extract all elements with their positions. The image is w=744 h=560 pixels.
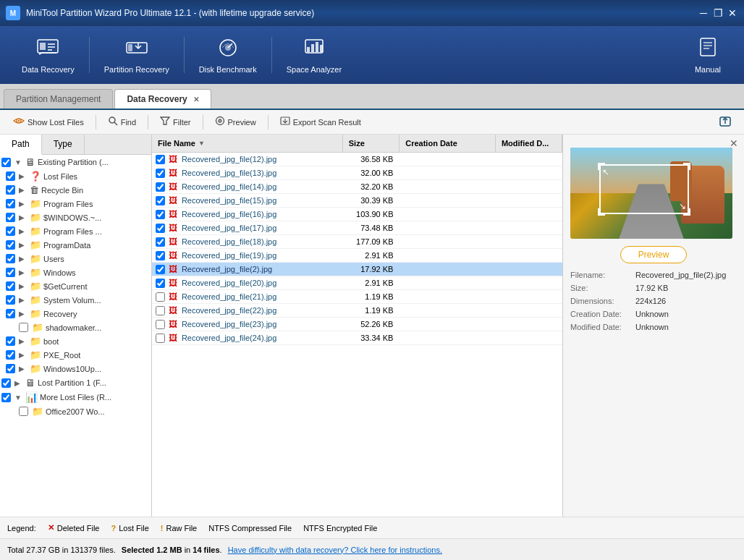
tree-tab-type[interactable]: Type xyxy=(42,135,85,154)
tree-item-windows-tilde[interactable]: ▶ 📁 $WINDOWS.~... xyxy=(0,211,151,224)
tree-checkbox-lost-files[interactable] xyxy=(6,171,15,181)
tree-checkbox-users[interactable] xyxy=(6,254,15,263)
share-button[interactable] xyxy=(712,114,738,131)
tree-checkbox-shadowmaker[interactable] xyxy=(19,323,28,332)
filter-button[interactable]: Filter xyxy=(153,113,198,131)
nav-item-data-recovery[interactable]: Data Recovery xyxy=(7,31,89,80)
tree-item-office2007[interactable]: 📁 Office2007 Wo... xyxy=(0,404,151,418)
tree-toggle-programdata[interactable]: ▶ xyxy=(19,241,28,249)
tree-checkbox-program-files[interactable] xyxy=(6,199,15,208)
file-checkbox[interactable] xyxy=(156,182,165,192)
tree-item-pxe-root[interactable]: ▶ 📁 PXE_Root xyxy=(0,348,151,362)
file-checkbox[interactable] xyxy=(156,224,165,233)
tree-toggle-system-volume[interactable]: ▶ xyxy=(19,296,28,304)
col-header-creation[interactable]: Creation Date xyxy=(400,135,496,152)
tree-toggle-windows10up[interactable]: ▶ xyxy=(19,365,28,373)
file-checkbox[interactable] xyxy=(156,237,165,247)
find-button[interactable]: Find xyxy=(101,113,143,131)
restore-button[interactable]: ❐ xyxy=(712,7,724,19)
tree-item-recycle-bin[interactable]: ▶ 🗑 Recycle Bin xyxy=(0,183,151,197)
tree-toggle-lost-partition[interactable]: ▶ xyxy=(14,379,23,387)
table-row[interactable]: 🖼 Recovered_jpg_file(21).jpg 1.19 KB xyxy=(152,290,562,304)
nav-item-manual[interactable]: Manual xyxy=(679,31,737,80)
minimize-button[interactable]: ─ xyxy=(698,7,709,19)
tree-item-shadowmaker[interactable]: 📁 shadowmaker... xyxy=(0,321,151,334)
tree-checkbox-program-files-x86[interactable] xyxy=(6,226,15,236)
table-row[interactable]: 🖼 Recovered_jpg_file(18).jpg 177.09 KB xyxy=(152,235,562,249)
export-scan-button[interactable]: Export Scan Result xyxy=(273,113,368,131)
tree-toggle-windows-tilde[interactable]: ▶ xyxy=(19,213,28,221)
tree-toggle-existing-partition[interactable]: ▼ xyxy=(14,158,23,166)
table-row[interactable]: 🖼 Recovered_jpg_file(12).jpg 36.58 KB xyxy=(152,153,562,166)
tree-toggle-recovery[interactable]: ▶ xyxy=(19,310,28,318)
tree-checkbox-office2007[interactable] xyxy=(19,407,28,416)
tree-tab-path[interactable]: Path xyxy=(0,135,42,155)
file-checkbox[interactable] xyxy=(156,155,165,164)
tree-checkbox-windows[interactable] xyxy=(6,268,15,277)
table-row[interactable]: 🖼 Recovered_jpg_file(19).jpg 2.91 KB xyxy=(152,249,562,263)
tree-checkbox-system-volume[interactable] xyxy=(6,295,15,305)
tree-toggle-more-lost-files[interactable]: ▼ xyxy=(14,394,23,402)
tree-checkbox-lost-partition[interactable] xyxy=(1,378,11,388)
file-checkbox[interactable] xyxy=(156,292,165,302)
tree-item-program-files[interactable]: ▶ 📁 Program Files xyxy=(0,197,151,211)
table-row[interactable]: 🖼 Recovered_jpg_file(14).jpg 32.20 KB xyxy=(152,180,562,194)
table-row[interactable]: 🖼 Recovered_jpg_file(22).jpg 1.19 KB xyxy=(152,304,562,318)
file-checkbox[interactable] xyxy=(156,306,165,315)
tree-toggle-boot[interactable]: ▶ xyxy=(19,337,28,345)
tree-toggle-recycle-bin[interactable]: ▶ xyxy=(19,186,28,194)
tree-item-more-lost-files[interactable]: ▼ 📊 More Lost Files (R... xyxy=(0,390,151,404)
tree-checkbox-getcurrent[interactable] xyxy=(6,281,15,291)
tree-toggle-lost-files[interactable]: ▶ xyxy=(19,172,28,180)
file-checkbox[interactable] xyxy=(156,196,165,205)
tree-item-windows[interactable]: ▶ 📁 Windows xyxy=(0,266,151,279)
file-checkbox[interactable] xyxy=(156,169,165,178)
close-button[interactable]: ✕ xyxy=(727,7,738,19)
tree-toggle-program-files-x86[interactable]: ▶ xyxy=(19,227,28,235)
tree-item-lost-files[interactable]: ▶ ❓ Lost Files xyxy=(0,169,151,183)
file-checkbox[interactable] xyxy=(156,251,165,260)
tree-toggle-windows[interactable]: ▶ xyxy=(19,268,28,276)
tree-item-getcurrent[interactable]: ▶ 📁 $GetCurrent xyxy=(0,279,151,293)
tree-toggle-program-files[interactable]: ▶ xyxy=(19,200,28,208)
nav-item-partition-recovery[interactable]: Partition Recovery xyxy=(90,31,184,80)
table-row[interactable]: 🖼 Recovered_jpg_file(17).jpg 73.48 KB xyxy=(152,221,562,235)
file-checkbox[interactable] xyxy=(156,334,165,343)
table-row[interactable]: 🖼 Recovered_jpg_file(24).jpg 33.34 KB xyxy=(152,331,562,345)
tab-close-data-recovery[interactable]: ✕ xyxy=(193,96,199,103)
col-header-size[interactable]: Size xyxy=(343,135,400,152)
table-row[interactable]: 🖼 Recovered_jpg_file(23).jpg 52.26 KB xyxy=(152,318,562,331)
preview-open-button[interactable]: Preview xyxy=(620,246,688,263)
tree-checkbox-recycle-bin[interactable] xyxy=(6,185,15,195)
tree-item-boot[interactable]: ▶ 📁 boot xyxy=(0,334,151,348)
tree-item-programdata[interactable]: ▶ 📁 ProgramData xyxy=(0,238,151,252)
table-row[interactable]: 🖼 Recovered_jpg_file(15).jpg 30.39 KB xyxy=(152,194,562,208)
tree-item-system-volume[interactable]: ▶ 📁 System Volum... xyxy=(0,293,151,307)
tree-checkbox-recovery[interactable] xyxy=(6,309,15,318)
file-checkbox[interactable] xyxy=(156,265,165,274)
nav-item-disk-benchmark[interactable]: Disk Benchmark xyxy=(185,31,271,80)
status-help-link[interactable]: Have difficulty with data recovery? Clic… xyxy=(228,546,442,554)
tree-toggle-pxe-root[interactable]: ▶ xyxy=(19,351,28,359)
col-header-filename[interactable]: File Name ▼ xyxy=(152,135,343,152)
tree-item-recovery[interactable]: ▶ 📁 Recovery xyxy=(0,307,151,321)
file-checkbox[interactable] xyxy=(156,279,165,288)
file-checkbox[interactable] xyxy=(156,210,165,219)
tree-item-existing-partition[interactable]: ▼ 🖥 Existing Partition (... xyxy=(0,155,151,169)
col-header-modified[interactable]: Modified D... xyxy=(496,135,562,152)
tab-partition-management[interactable]: Partition Management xyxy=(4,89,113,109)
tree-item-lost-partition[interactable]: ▶ 🖥 Lost Partition 1 (F... xyxy=(0,376,151,390)
tree-checkbox-programdata[interactable] xyxy=(6,240,15,250)
show-lost-files-button[interactable]: Show Lost Files xyxy=(6,113,91,131)
tree-checkbox-windows-tilde[interactable] xyxy=(6,213,15,222)
tree-toggle-getcurrent[interactable]: ▶ xyxy=(19,282,28,290)
tree-checkbox-pxe-root[interactable] xyxy=(6,350,15,360)
preview-button[interactable]: Preview xyxy=(208,113,263,131)
tab-data-recovery[interactable]: Data Recovery ✕ xyxy=(114,89,211,109)
tree-checkbox-more-lost-files[interactable] xyxy=(1,393,11,402)
tree-item-users[interactable]: ▶ 📁 Users xyxy=(0,252,151,266)
file-checkbox[interactable] xyxy=(156,320,165,329)
tree-checkbox-windows10up[interactable] xyxy=(6,364,15,373)
nav-item-space-analyzer[interactable]: Space Analyzer xyxy=(272,31,356,80)
tree-checkbox-boot[interactable] xyxy=(6,336,15,346)
